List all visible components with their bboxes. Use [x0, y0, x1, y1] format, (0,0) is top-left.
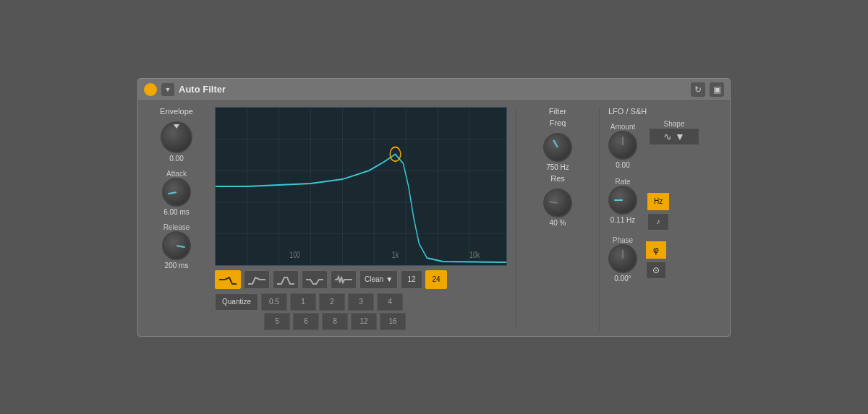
rate-indicator: [614, 199, 623, 201]
quantize-btn-5[interactable]: 5: [264, 313, 290, 330]
separator-2: [599, 107, 600, 330]
phase-label: Phase: [613, 236, 633, 244]
save-icon[interactable]: ▣: [710, 82, 724, 97]
svg-text:100: 100: [289, 250, 300, 259]
plugin-title: Auto Filter: [179, 84, 226, 95]
refresh-icon[interactable]: ↻: [691, 82, 705, 97]
res-knob-indicator: [549, 200, 558, 203]
attack-value: 6.00 ms: [163, 208, 190, 216]
filter-slope-24-button[interactable]: 24: [425, 270, 447, 289]
freq-knob-indicator: [553, 139, 558, 147]
filter-mode-arrow: ▼: [386, 275, 393, 283]
phase-row: Phase 0.00° φ ⊙: [608, 235, 724, 283]
quantize-row-2: 5 6 8 12 16: [215, 313, 507, 330]
filter-type-hp-button[interactable]: [244, 270, 270, 289]
main-section: 100 1k 10k: [215, 107, 507, 330]
quantize-row-1: Quantize 0.5 1 2 3 4: [215, 293, 507, 311]
envelope-knob-indicator: [174, 124, 179, 129]
quantize-label[interactable]: Quantize: [215, 293, 258, 311]
filter-freq-knob[interactable]: [543, 133, 572, 162]
preset-dropdown[interactable]: ▼: [161, 83, 174, 96]
filter-display[interactable]: 100 1k 10k: [215, 107, 507, 266]
filter-freq-knob-container: 750 Hz: [543, 133, 572, 171]
quantize-btn-3[interactable]: 3: [348, 293, 374, 311]
attack-label: Attack: [166, 170, 187, 178]
filter-type-morph-button[interactable]: [331, 270, 357, 289]
release-knob-indicator: [176, 245, 185, 248]
lfo-label: LFO / S&H: [608, 107, 724, 116]
quantize-btn-4[interactable]: 4: [377, 293, 403, 311]
envelope-amount-value: 0.00: [169, 155, 183, 163]
lfo-section: LFO / S&H Amount 0.00 Shape ∿ ▼: [608, 107, 724, 330]
filter-type-bp-button[interactable]: [273, 270, 299, 289]
phase-buttons: φ ⊙: [646, 238, 666, 279]
title-bar-left: ▼ Auto Filter: [144, 83, 226, 96]
phase-knob-area: Phase 0.00°: [608, 235, 637, 283]
quantize-area: Quantize 0.5 1 2 3 4 5 6 8 12 16: [215, 293, 507, 330]
filter-slope-12-button[interactable]: 12: [401, 270, 422, 289]
phase-phi-button[interactable]: φ: [646, 241, 666, 259]
phase-value: 0.00°: [614, 275, 631, 283]
attack-knob-container: Attack 6.00 ms: [162, 168, 191, 216]
plugin-window: ▼ Auto Filter ↻ ▣ Envelope 0.00 Attack: [137, 78, 731, 337]
filter-freq-value: 750 Hz: [546, 163, 569, 171]
lfo-shape-display[interactable]: ∿ ▼: [649, 128, 699, 145]
title-bar-right: ↻ ▣: [691, 82, 724, 97]
rate-knob-container: Rate 0.11 Hz: [608, 176, 637, 224]
power-button[interactable]: [144, 83, 157, 96]
rate-buttons: Hz ♪: [647, 189, 669, 230]
lfo-shape-symbol: ∿: [663, 131, 672, 142]
attack-knob[interactable]: [162, 178, 191, 207]
filter-mode-label: Clean: [365, 275, 383, 283]
phase-knob[interactable]: [608, 244, 637, 273]
quantize-btn-2[interactable]: 2: [319, 293, 345, 311]
filter-controls: Clean ▼ 12 24: [215, 270, 507, 289]
lfo-amount-knob[interactable]: [608, 131, 637, 160]
filter-label: Filter: [549, 107, 566, 116]
filter-res-value: 40 %: [550, 219, 566, 227]
phase-indicator: [622, 250, 624, 259]
separator-1: [516, 107, 516, 330]
quantize-btn-16[interactable]: 16: [380, 313, 406, 330]
lfo-rate-row: Rate 0.11 Hz Hz ♪: [608, 176, 724, 230]
rate-knob[interactable]: [608, 186, 637, 215]
svg-text:1k: 1k: [392, 250, 399, 259]
filter-section: Filter Freq 750 Hz Res 40 %: [525, 107, 590, 330]
quantize-btn-8[interactable]: 8: [322, 313, 348, 330]
filter-res-knob-container: 40 %: [543, 189, 572, 227]
quantize-btn-6[interactable]: 6: [293, 313, 319, 330]
title-bar: ▼ Auto Filter ↻ ▣: [138, 79, 730, 101]
filter-res-knob[interactable]: [543, 189, 572, 217]
svg-text:10k: 10k: [469, 250, 480, 259]
envelope-amount-knob-container: 0.00: [161, 121, 192, 163]
release-label: Release: [163, 223, 190, 231]
lfo-amount-value: 0.00: [616, 161, 629, 169]
lfo-top-row: Amount 0.00 Shape ∿ ▼: [608, 118, 724, 172]
release-knob[interactable]: [162, 231, 191, 260]
filter-mode-dropdown[interactable]: Clean ▼: [359, 270, 398, 289]
quantize-btn-0.5[interactable]: 0.5: [261, 293, 287, 311]
envelope-section: Envelope 0.00 Attack 6.00 ms Release: [144, 107, 209, 330]
rate-sync-button[interactable]: ♪: [647, 213, 669, 230]
envelope-label: Envelope: [160, 107, 193, 116]
filter-type-lp-button[interactable]: [215, 270, 241, 289]
rate-hz-button[interactable]: Hz: [647, 193, 669, 210]
rate-label: Rate: [615, 178, 630, 186]
phase-sync-button[interactable]: ⊙: [646, 262, 666, 279]
lfo-shape-arrow: ▼: [675, 131, 685, 142]
lfo-amount-label: Amount: [610, 123, 635, 131]
release-knob-container: Release 200 ms: [162, 222, 191, 269]
rate-value: 0.11 Hz: [610, 216, 635, 224]
lfo-amount-knob-container: Amount 0.00: [608, 121, 637, 169]
filter-type-notch-button[interactable]: [302, 270, 328, 289]
release-value: 200 ms: [165, 262, 189, 269]
filter-res-label: Res: [550, 174, 565, 183]
lfo-amount-indicator: [622, 137, 624, 145]
quantize-btn-1[interactable]: 1: [290, 293, 316, 311]
filter-freq-label: Freq: [550, 118, 566, 127]
envelope-amount-knob[interactable]: [161, 121, 192, 153]
attack-knob-indicator: [168, 191, 176, 194]
lfo-shape-label: Shape: [664, 120, 685, 128]
quantize-btn-12[interactable]: 12: [351, 313, 377, 330]
plugin-body: Envelope 0.00 Attack 6.00 ms Release: [138, 101, 730, 336]
